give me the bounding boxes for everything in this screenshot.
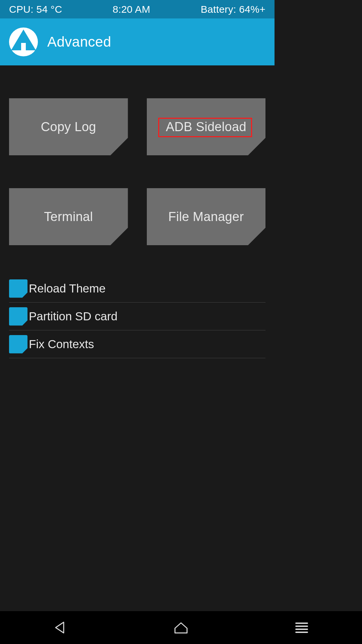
adb-sideload-button[interactable]: ADB Sideload (147, 98, 266, 155)
copy-log-label: Copy Log (41, 120, 96, 134)
option-list: Reload Theme Partition SD card Fix Conte… (9, 275, 265, 358)
copy-log-button[interactable]: Copy Log (9, 98, 128, 155)
page-title: Advanced (47, 34, 111, 50)
title-bar: Advanced (0, 18, 275, 65)
checkbox-icon (9, 279, 27, 298)
terminal-button[interactable]: Terminal (9, 188, 128, 245)
menu-button-grid: Copy Log ADB Sideload Terminal File Mana… (9, 98, 265, 245)
partition-sd-item[interactable]: Partition SD card (9, 303, 265, 330)
reload-theme-item[interactable]: Reload Theme (9, 275, 265, 303)
fix-contexts-label: Fix Contexts (29, 337, 94, 351)
cpu-temp: CPU: 54 °C (9, 4, 62, 15)
checkbox-icon (9, 335, 27, 354)
reload-theme-label: Reload Theme (29, 282, 106, 295)
fix-contexts-item[interactable]: Fix Contexts (9, 330, 265, 358)
twrp-logo-icon (9, 28, 38, 56)
adb-sideload-label: ADB Sideload (166, 120, 246, 134)
terminal-label: Terminal (44, 210, 93, 224)
clock: 8:20 AM (113, 4, 150, 15)
content-area: Copy Log ADB Sideload Terminal File Mana… (0, 98, 275, 358)
checkbox-icon (9, 307, 27, 326)
status-bar: CPU: 54 °C 8:20 AM Battery: 64%+ (0, 0, 275, 18)
partition-sd-label: Partition SD card (29, 310, 118, 323)
file-manager-label: File Manager (168, 210, 244, 224)
file-manager-button[interactable]: File Manager (147, 188, 266, 245)
battery: Battery: 64%+ (201, 4, 265, 15)
